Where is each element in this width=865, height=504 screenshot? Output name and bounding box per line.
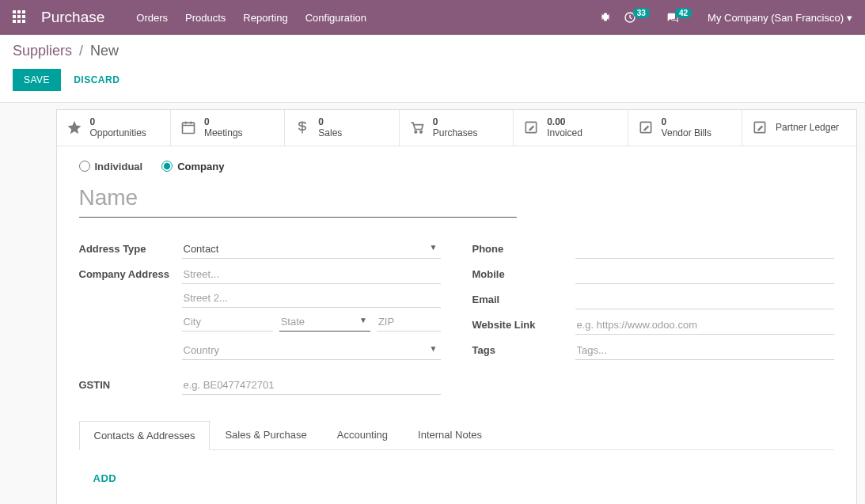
menu-configuration[interactable]: Configuration bbox=[305, 12, 366, 24]
form-sheet: 0 Opportunities 0 Meetings 0 bbox=[56, 109, 857, 504]
stat-label: Opportunities bbox=[90, 127, 146, 138]
top-nav: Purchase Orders Products Reporting Confi… bbox=[0, 0, 865, 35]
stat-label: Partner Ledger bbox=[776, 122, 839, 133]
zip-input[interactable] bbox=[377, 313, 441, 332]
stat-count: 0 bbox=[318, 116, 342, 127]
label-company-address: Company Address bbox=[79, 265, 182, 280]
calendar-icon bbox=[180, 119, 196, 135]
activity-icon[interactable]: 33 bbox=[624, 11, 653, 24]
tab-accounting[interactable]: Accounting bbox=[322, 420, 403, 449]
breadcrumb-current: New bbox=[90, 43, 119, 59]
country-select[interactable] bbox=[182, 341, 441, 360]
form-left-column: Address Type Contact ▼ Company Address bbox=[79, 240, 441, 401]
stat-vendor-bills[interactable]: 0 Vendor Bills bbox=[628, 110, 742, 146]
form-body: Individual Company Address Type Contact bbox=[57, 146, 856, 504]
app-brand[interactable]: Purchase bbox=[41, 9, 104, 26]
sheet-wrapper: 0 Opportunities 0 Meetings 0 bbox=[0, 103, 865, 504]
street2-input[interactable] bbox=[182, 289, 441, 308]
label-gstin: GSTIN bbox=[79, 376, 182, 391]
save-button[interactable]: SAVE bbox=[13, 69, 61, 91]
stat-count: 0 bbox=[433, 116, 478, 127]
tab-contacts-addresses[interactable]: Contacts & Addresses bbox=[79, 421, 211, 450]
discard-button[interactable]: DISCARD bbox=[67, 69, 126, 91]
stat-button-row: 0 Opportunities 0 Meetings 0 bbox=[57, 110, 856, 146]
stat-count: 0 bbox=[204, 116, 243, 127]
label-tags: Tags bbox=[472, 341, 575, 356]
radio-individual[interactable]: Individual bbox=[79, 161, 143, 172]
breadcrumb-separator: / bbox=[79, 43, 83, 59]
svg-point-2 bbox=[415, 131, 417, 134]
menu-reporting[interactable]: Reporting bbox=[243, 12, 287, 24]
company-selector[interactable]: My Company (San Francisco) ▾ bbox=[708, 12, 852, 24]
activity-count-badge: 33 bbox=[633, 8, 650, 18]
stat-sales[interactable]: 0 Sales bbox=[285, 110, 399, 146]
company-type-radio: Individual Company bbox=[79, 161, 834, 172]
label-website: Website Link bbox=[472, 316, 575, 331]
form-tabs: Contacts & Addresses Sales & Purchase Ac… bbox=[79, 420, 834, 450]
breadcrumb: Suppliers / New bbox=[13, 43, 852, 59]
name-input[interactable] bbox=[79, 182, 517, 218]
menu-orders[interactable]: Orders bbox=[136, 12, 168, 24]
radio-company[interactable]: Company bbox=[161, 161, 224, 172]
stat-label: Sales bbox=[318, 127, 342, 138]
stat-count: 0.00 bbox=[547, 116, 582, 127]
phone-input[interactable] bbox=[575, 240, 834, 259]
stat-count: 0 bbox=[662, 116, 711, 127]
city-input[interactable] bbox=[182, 313, 273, 332]
email-input[interactable] bbox=[575, 290, 834, 309]
stat-purchases[interactable]: 0 Purchases bbox=[400, 110, 514, 146]
radio-company-input[interactable] bbox=[161, 161, 173, 172]
tags-input[interactable] bbox=[575, 341, 834, 360]
website-input[interactable] bbox=[575, 316, 834, 335]
tab-internal-notes[interactable]: Internal Notes bbox=[403, 420, 497, 449]
pencil-box-icon bbox=[638, 119, 654, 135]
radio-company-label: Company bbox=[177, 161, 224, 172]
pencil-box-icon bbox=[752, 119, 768, 135]
chevron-down-icon: ▾ bbox=[847, 12, 852, 24]
main-menu: Orders Products Reporting Configuration bbox=[136, 12, 366, 24]
stat-count: 0 bbox=[90, 116, 146, 127]
stat-partner-ledger[interactable]: Partner Ledger bbox=[742, 110, 856, 146]
label-email: Email bbox=[472, 290, 575, 305]
nav-right: 33 42 My Company (San Francisco) ▾ bbox=[600, 11, 852, 24]
street-input[interactable] bbox=[182, 265, 441, 284]
label-phone: Phone bbox=[472, 240, 575, 255]
mobile-input[interactable] bbox=[575, 265, 834, 284]
stat-opportunities[interactable]: 0 Opportunities bbox=[57, 110, 171, 146]
field-grid: Address Type Contact ▼ Company Address bbox=[79, 240, 834, 401]
menu-products[interactable]: Products bbox=[185, 12, 226, 24]
action-buttons: SAVE DISCARD bbox=[13, 69, 852, 91]
discuss-icon[interactable]: 42 bbox=[666, 11, 695, 24]
stat-label: Purchases bbox=[433, 127, 478, 138]
label-address-type: Address Type bbox=[79, 240, 182, 255]
stat-label: Meetings bbox=[204, 127, 243, 138]
dollar-icon bbox=[294, 119, 310, 135]
control-panel: Suppliers / New SAVE DISCARD bbox=[0, 35, 865, 103]
cart-icon bbox=[409, 119, 425, 135]
breadcrumb-parent[interactable]: Suppliers bbox=[13, 43, 72, 59]
add-contact-button[interactable]: ADD bbox=[82, 464, 128, 492]
radio-individual-input[interactable] bbox=[79, 161, 90, 172]
bug-icon[interactable] bbox=[600, 12, 611, 23]
stat-label: Vendor Bills bbox=[662, 127, 711, 138]
address-type-select[interactable]: Contact bbox=[182, 240, 441, 259]
state-select[interactable] bbox=[279, 313, 370, 332]
tab-content: ADD bbox=[79, 450, 834, 504]
app-switcher-icon[interactable] bbox=[13, 10, 27, 25]
stat-label: Invoiced bbox=[547, 127, 582, 138]
stat-meetings[interactable]: 0 Meetings bbox=[171, 110, 285, 146]
label-mobile: Mobile bbox=[472, 265, 575, 280]
company-name: My Company (San Francisco) bbox=[708, 12, 844, 24]
radio-individual-label: Individual bbox=[95, 161, 143, 172]
form-right-column: Phone Mobile Email Website Link bbox=[472, 240, 834, 401]
tab-sales-purchase[interactable]: Sales & Purchase bbox=[210, 420, 321, 449]
pencil-box-icon bbox=[523, 119, 539, 135]
messages-count-badge: 42 bbox=[675, 8, 692, 18]
star-icon bbox=[66, 119, 82, 135]
gstin-input[interactable] bbox=[182, 376, 441, 395]
stat-invoiced[interactable]: 0.00 Invoiced bbox=[514, 110, 628, 146]
svg-rect-1 bbox=[182, 123, 194, 134]
svg-point-3 bbox=[420, 131, 423, 134]
